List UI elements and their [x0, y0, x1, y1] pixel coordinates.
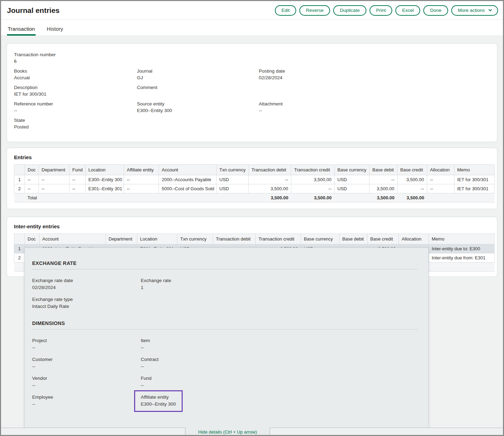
- field-label: Source entity: [137, 101, 259, 107]
- inter-entity-heading: Inter-entity entries: [14, 223, 490, 229]
- field-value: --: [141, 382, 418, 389]
- field-value: 02/28/2024: [259, 74, 490, 81]
- field-exchange-rate-date: Exchange rate date 02/28/2024: [32, 277, 141, 291]
- section-divider: [32, 329, 418, 330]
- done-button[interactable]: Done: [423, 5, 448, 16]
- field-contract: Contract --: [141, 356, 418, 370]
- entries-row-1[interactable]: 1 -- -- -- E300--Entity 300 -- 2000--Acc…: [14, 175, 495, 184]
- bottom-strip: Hide details (Ctrl + Up arrow): [1, 428, 503, 436]
- field-label: Comment: [137, 84, 259, 91]
- field-value: GJ: [137, 74, 259, 81]
- tab-transaction[interactable]: Transaction: [7, 26, 36, 36]
- field-reference-number: Reference number --: [14, 101, 137, 114]
- entries-panel: Entries Doc Department Fund Location Aff…: [7, 148, 497, 209]
- col-header-base-currency: Base currency: [301, 234, 339, 244]
- reverse-button[interactable]: Reverse: [299, 5, 330, 16]
- field-label: Reference number: [14, 101, 137, 107]
- field-label: Item: [141, 337, 418, 344]
- field-journal: Journal GJ: [137, 68, 259, 81]
- inter-entity-header-row: Doc Account Department Location Txn curr…: [14, 234, 495, 244]
- field-label: Attachment: [259, 101, 490, 107]
- page-title: Journal entries: [7, 6, 60, 15]
- field-value: --: [32, 401, 141, 408]
- col-header-base-credit: Base credit: [367, 234, 399, 244]
- field-label: Vendor: [32, 375, 141, 382]
- transaction-details-panel: Transaction number 6 Books Accrual Journ…: [7, 43, 497, 142]
- field-books: Books Accrual: [14, 68, 137, 81]
- total-base-credit: 3,500.00: [397, 193, 427, 202]
- field-vendor: Vendor --: [32, 375, 141, 389]
- cell-account: 5000--Cost of Goods Sold: [159, 184, 217, 193]
- col-header-location: Location: [86, 165, 124, 175]
- field-label: Description: [14, 84, 137, 91]
- entries-total-row: Total 3,500.00 3,500.00 3,500.00 3,500.0…: [14, 193, 495, 202]
- field-fund: Fund --: [141, 375, 418, 389]
- col-header-memo: Memo: [454, 165, 495, 175]
- row-number: 1: [14, 244, 25, 253]
- field-value: --: [14, 107, 137, 114]
- field-label: Transaction number: [14, 51, 137, 58]
- field-employee: Employee --: [32, 394, 141, 408]
- cell-memo: Inter-entity due from: E301: [429, 253, 495, 263]
- cell-fund: --: [70, 175, 86, 184]
- col-header-affiliate-entity: Affiliate entity: [124, 165, 159, 175]
- cell-transaction-credit: 3,500.00: [291, 175, 335, 184]
- dimensions-heading: DIMENSIONS: [32, 320, 418, 326]
- col-header-allocation: Allocation: [427, 165, 454, 175]
- field-item: Item --: [141, 337, 418, 351]
- section-divider: [32, 269, 418, 269]
- more-actions-button[interactable]: More actions: [451, 5, 498, 16]
- col-header-base-debit: Base debit: [370, 165, 397, 175]
- field-transaction-number: Transaction number 6: [14, 51, 137, 65]
- field-affiliate-entity: Affiliate entity E300--Entity 300: [141, 394, 176, 408]
- duplicate-button[interactable]: Duplicate: [333, 5, 366, 16]
- cell-transaction-credit: --: [291, 184, 335, 193]
- entries-table: Doc Department Fund Location Affiliate e…: [14, 164, 495, 202]
- field-state: State Posted: [14, 117, 137, 130]
- cell-transaction-debit: 3,500.00: [249, 184, 291, 193]
- print-button[interactable]: Print: [370, 5, 393, 16]
- field-value: IET for 300/301: [14, 91, 137, 97]
- field-label: Journal: [137, 68, 259, 74]
- tab-history[interactable]: History: [46, 26, 64, 36]
- cell-account: 2000--Accounts Payable: [159, 175, 217, 184]
- cell-doc: --: [25, 175, 39, 184]
- entries-heading: Entries: [14, 154, 490, 160]
- exchange-rate-heading: EXCHANGE RATE: [32, 260, 418, 266]
- cell-location: E300--Entity 300: [86, 175, 124, 184]
- col-header-base-currency: Base currency: [335, 165, 370, 175]
- field-label: Affiliate entity: [141, 394, 176, 401]
- row-number: 2: [14, 184, 25, 193]
- field-label: Posting date: [259, 68, 490, 74]
- row-details-pane: EXCHANGE RATE Exchange rate date 02/28/2…: [24, 247, 429, 428]
- page-header: Journal entries Edit Reverse Duplicate P…: [1, 1, 503, 20]
- field-value: --: [32, 363, 141, 370]
- excel-button[interactable]: Excel: [395, 5, 420, 16]
- field-value: E300--Entity 300: [141, 401, 176, 408]
- entries-row-2[interactable]: 2 -- -- -- E301--Entity 301 -- 5000--Cos…: [14, 184, 495, 193]
- cell-department: --: [39, 184, 70, 193]
- cell-txn-currency: USD: [217, 175, 249, 184]
- edit-button[interactable]: Edit: [275, 5, 296, 16]
- tab-bar: Transaction History: [1, 20, 503, 36]
- cell-doc: --: [25, 184, 39, 193]
- field-label: Employee: [32, 394, 141, 401]
- total-transaction-credit: 3,500.00: [291, 193, 335, 202]
- field-label: State: [14, 117, 137, 124]
- field-label: Customer: [32, 356, 141, 363]
- col-header: [14, 234, 25, 244]
- field-value: --: [32, 382, 141, 389]
- field-label: Exchange rate: [141, 277, 418, 284]
- chevron-down-icon: [489, 8, 492, 12]
- col-header-doc: Doc: [25, 165, 39, 175]
- field-label: Fund: [141, 375, 418, 382]
- cell-base-credit: 3,500.00: [397, 175, 427, 184]
- col-header-txn-currency: Txn currency: [177, 234, 213, 244]
- cell-memo: IET for 300/301: [454, 184, 495, 193]
- journal-entries-page: Journal entries Edit Reverse Duplicate P…: [0, 0, 504, 436]
- col-header-base-credit: Base credit: [397, 165, 427, 175]
- col-header-transaction-credit: Transaction credit: [256, 234, 301, 244]
- field-value: Accrual: [14, 74, 137, 81]
- hide-details-tab[interactable]: Hide details (Ctrl + Up arrow): [185, 428, 270, 436]
- cell-affiliate-entity: --: [124, 175, 159, 184]
